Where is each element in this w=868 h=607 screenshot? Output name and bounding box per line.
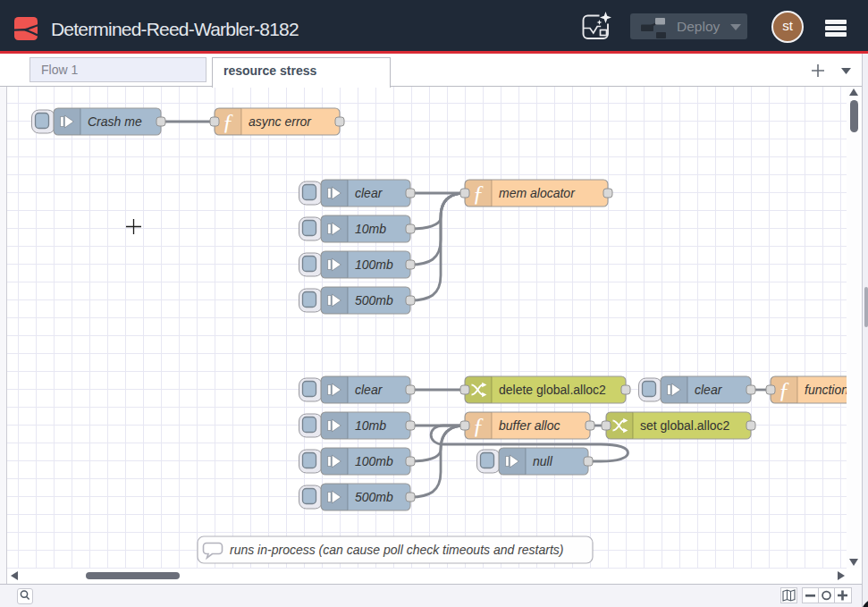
svg-text:Crash me: Crash me bbox=[88, 114, 142, 129]
svg-text:delete global.alloc2: delete global.alloc2 bbox=[499, 383, 606, 397]
svg-text:10mb: 10mb bbox=[355, 418, 386, 433]
svg-text:500mb: 500mb bbox=[355, 293, 393, 308]
svg-text:set global.alloc2: set global.alloc2 bbox=[640, 418, 730, 433]
svg-text:500mb: 500mb bbox=[355, 490, 393, 504]
svg-text:runs in-process (can cause pol: runs in-process (can cause poll check ti… bbox=[230, 543, 564, 557]
svg-text:ƒ: ƒ bbox=[779, 377, 790, 403]
svg-text:ƒ: ƒ bbox=[473, 413, 485, 439]
svg-text:100mb: 100mb bbox=[355, 257, 393, 272]
svg-text:clear: clear bbox=[695, 383, 723, 397]
svg-text:null: null bbox=[533, 454, 553, 468]
svg-text:async error: async error bbox=[249, 114, 312, 129]
svg-text:clear: clear bbox=[355, 383, 383, 397]
svg-text:mem alocator: mem alocator bbox=[499, 186, 576, 200]
svg-text:10mb: 10mb bbox=[355, 222, 386, 236]
svg-text:buffer alloc: buffer alloc bbox=[499, 418, 560, 433]
svg-text:ƒ: ƒ bbox=[223, 109, 234, 135]
svg-text:ƒ: ƒ bbox=[473, 181, 485, 207]
svg-text:function: function bbox=[805, 383, 847, 397]
svg-text:clear: clear bbox=[355, 186, 383, 200]
svg-text:100mb: 100mb bbox=[355, 454, 393, 468]
